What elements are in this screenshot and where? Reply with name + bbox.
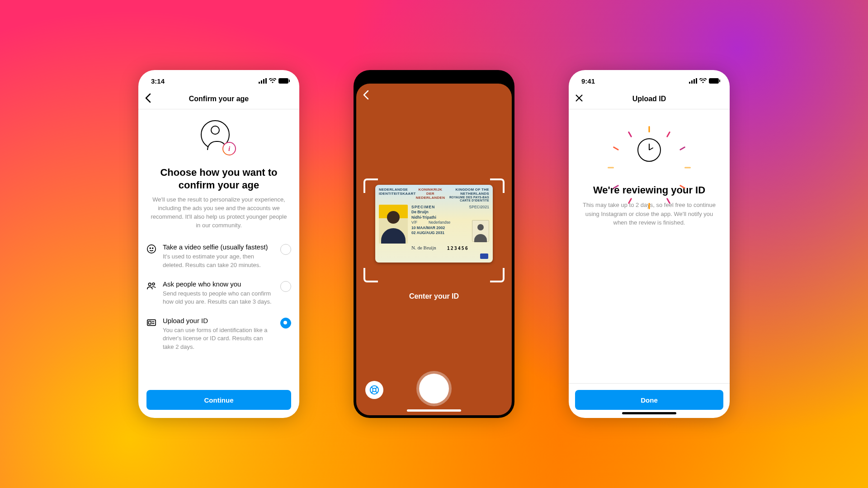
page-subtext: We'll use the result to personalize your… xyxy=(149,196,288,230)
svg-rect-19 xyxy=(494,78,504,84)
radio-unselected[interactable] xyxy=(280,281,291,292)
id-header-text: KINGDOM OF THE NETHERLANDS xyxy=(445,188,489,196)
svg-line-26 xyxy=(376,391,377,393)
svg-point-22 xyxy=(373,388,376,391)
scan-instruction: Center your ID xyxy=(356,292,512,300)
screen-content: We're reviewing your ID This may take up… xyxy=(569,109,730,418)
svg-rect-18 xyxy=(481,78,482,84)
svg-rect-3 xyxy=(265,78,267,84)
back-button[interactable] xyxy=(363,90,369,102)
continue-button[interactable]: Continue xyxy=(146,390,291,410)
option-desc: You can use forms of identification like… xyxy=(163,326,274,351)
battery-icon xyxy=(494,78,505,84)
id-header-text: IDENTITEITSKAART xyxy=(379,192,416,196)
home-indicator xyxy=(407,409,461,412)
status-time: 9:41 xyxy=(581,77,595,85)
lifesaver-icon xyxy=(369,385,379,395)
svg-line-24 xyxy=(376,387,377,389)
nav-bar: Upload ID xyxy=(569,89,730,109)
shutter-button[interactable] xyxy=(419,374,449,404)
status-icons xyxy=(259,78,290,84)
svg-rect-0 xyxy=(259,82,260,84)
radio-unselected[interactable] xyxy=(280,244,291,255)
cellular-icon xyxy=(474,78,482,84)
id-card-preview: NEDERLANDSE IDENTITEITSKAART KONINKRIJK … xyxy=(375,185,493,263)
svg-line-25 xyxy=(372,391,373,393)
svg-rect-12 xyxy=(149,321,151,324)
status-bar: 9:41 xyxy=(569,70,730,89)
chevron-left-icon xyxy=(145,93,151,103)
svg-rect-30 xyxy=(696,78,697,84)
svg-point-21 xyxy=(370,386,378,394)
option-desc: It's used to estimate your age, then del… xyxy=(163,253,274,269)
done-button[interactable]: Done xyxy=(575,390,723,410)
nav-title: Upload ID xyxy=(632,95,666,103)
id-expiry: 02 AUG/AUG 2031 xyxy=(411,230,465,235)
help-button[interactable] xyxy=(365,381,383,399)
id-doc-type: SPECIMEN xyxy=(411,205,435,210)
gradient-background: 3:14 Confirm your age i xyxy=(0,0,868,488)
status-time: 3:14 xyxy=(151,77,165,85)
svg-rect-2 xyxy=(263,79,264,84)
phone-screen-reviewing: 9:41 Upload ID xyxy=(569,70,730,418)
clock-icon xyxy=(637,138,661,162)
svg-rect-29 xyxy=(693,79,695,84)
wifi-icon xyxy=(484,78,491,84)
option-title: Ask people who know you xyxy=(163,280,274,288)
battery-icon xyxy=(709,78,721,84)
chevron-left-icon xyxy=(363,90,369,100)
svg-point-10 xyxy=(152,283,155,285)
svg-point-6 xyxy=(147,245,156,253)
battery-icon xyxy=(278,78,290,84)
svg-rect-31 xyxy=(709,78,719,84)
svg-rect-20 xyxy=(504,80,505,82)
hero-illustration: i xyxy=(146,109,291,156)
home-indicator xyxy=(622,412,676,414)
svg-line-23 xyxy=(372,387,373,389)
id-number: 123456 xyxy=(447,245,469,252)
scan-frame: NEDERLANDSE IDENTITEITSKAART KONINKRIJK … xyxy=(363,178,505,282)
id-header-text: ROYAUME DES PAYS-BAS xyxy=(445,196,489,199)
radio-selected[interactable] xyxy=(280,318,291,328)
svg-point-9 xyxy=(148,283,151,286)
status-icons xyxy=(474,78,505,84)
option-title: Take a video selfie (usually fastest) xyxy=(163,243,274,251)
svg-rect-27 xyxy=(689,82,690,84)
svg-rect-4 xyxy=(278,78,288,84)
back-button[interactable] xyxy=(145,93,151,105)
option-ask-people[interactable]: Ask people who know you Send requests to… xyxy=(146,275,291,311)
id-card-icon xyxy=(146,317,156,328)
svg-rect-28 xyxy=(691,80,693,84)
id-sex: V/F xyxy=(411,220,417,225)
camera-viewfinder: NEDERLANDSE IDENTITEITSKAART KONINKRIJK … xyxy=(356,84,512,415)
page-heading: Choose how you want to confirm your age xyxy=(149,166,288,191)
phone-screen-confirm-age: 3:14 Confirm your age i xyxy=(138,70,299,418)
svg-rect-15 xyxy=(474,82,475,84)
svg-rect-5 xyxy=(289,80,290,82)
id-header-text: KONINKRIJK DER NEDERLANDEN xyxy=(416,188,445,202)
wifi-icon xyxy=(699,78,707,84)
option-desc: Send requests to people who can confirm … xyxy=(163,290,274,306)
screen-content: i Choose how you want to confirm your ag… xyxy=(138,109,299,418)
svg-point-8 xyxy=(152,248,153,249)
status-icons xyxy=(689,78,721,84)
id-dob: 10 MAA/MAR 2002 xyxy=(411,225,465,230)
svg-rect-17 xyxy=(478,79,480,84)
id-signature: N. de Bruijn xyxy=(411,242,436,251)
id-doc-code: SPECI2021 xyxy=(469,205,489,210)
id-photo xyxy=(379,205,408,244)
option-upload-id[interactable]: Upload your ID You can use forms of iden… xyxy=(146,311,291,357)
option-video-selfie[interactable]: Take a video selfie (usually fastest) It… xyxy=(146,238,291,274)
svg-point-7 xyxy=(150,248,151,249)
status-time: 9:41 xyxy=(366,77,380,85)
id-header-text: CARTE D'IDENTITE xyxy=(445,199,489,202)
close-button[interactable] xyxy=(575,94,583,104)
cellular-icon xyxy=(689,78,697,84)
status-bar: 3:14 xyxy=(138,70,299,89)
id-header-text: NEDERLANDSE xyxy=(379,188,416,192)
nav-bar: Confirm your age xyxy=(138,89,299,109)
cellular-icon xyxy=(259,78,267,84)
svg-rect-1 xyxy=(261,80,262,84)
id-given: Nidhi-Tripathi xyxy=(411,215,489,220)
option-title: Upload your ID xyxy=(163,317,274,324)
